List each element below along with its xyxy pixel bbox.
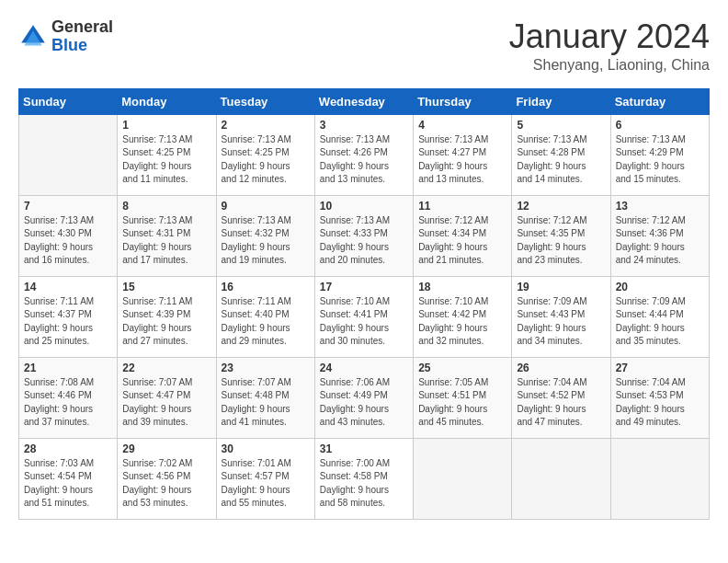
calendar-cell [414,438,512,519]
calendar-cell: 18Sunrise: 7:10 AM Sunset: 4:42 PM Dayli… [414,276,512,357]
calendar-cell: 19Sunrise: 7:09 AM Sunset: 4:43 PM Dayli… [512,276,610,357]
day-number: 3 [320,119,408,132]
calendar-cell: 2Sunrise: 7:13 AM Sunset: 4:25 PM Daylig… [216,114,314,195]
calendar-week-row: 14Sunrise: 7:11 AM Sunset: 4:37 PM Dayli… [19,276,710,357]
day-info: Sunrise: 7:12 AM Sunset: 4:34 PM Dayligh… [418,214,506,268]
day-info: Sunrise: 7:02 AM Sunset: 4:56 PM Dayligh… [122,457,210,511]
day-info: Sunrise: 7:11 AM Sunset: 4:37 PM Dayligh… [24,295,112,349]
calendar-cell: 27Sunrise: 7:04 AM Sunset: 4:53 PM Dayli… [610,357,709,438]
day-info: Sunrise: 7:05 AM Sunset: 4:51 PM Dayligh… [418,376,506,430]
calendar-cell: 5Sunrise: 7:13 AM Sunset: 4:28 PM Daylig… [512,114,610,195]
day-number: 26 [517,362,605,374]
calendar-cell: 12Sunrise: 7:12 AM Sunset: 4:35 PM Dayli… [512,195,610,276]
day-number: 30 [222,442,310,455]
day-number: 21 [24,362,112,374]
day-info: Sunrise: 7:13 AM Sunset: 4:25 PM Dayligh… [122,133,210,187]
calendar-cell: 23Sunrise: 7:07 AM Sunset: 4:48 PM Dayli… [216,357,314,438]
day-number: 12 [517,200,605,213]
logo: General Blue [18,18,113,55]
day-info: Sunrise: 7:07 AM Sunset: 4:47 PM Dayligh… [122,376,210,430]
day-number: 7 [24,200,112,213]
calendar-cell: 10Sunrise: 7:13 AM Sunset: 4:33 PM Dayli… [314,195,413,276]
day-info: Sunrise: 7:04 AM Sunset: 4:52 PM Dayligh… [517,376,605,430]
day-info: Sunrise: 7:09 AM Sunset: 4:43 PM Dayligh… [517,295,605,349]
logo-icon [18,22,48,52]
calendar-cell: 20Sunrise: 7:09 AM Sunset: 4:44 PM Dayli… [610,276,709,357]
calendar-cell: 1Sunrise: 7:13 AM Sunset: 4:25 PM Daylig… [118,114,216,195]
calendar-cell: 9Sunrise: 7:13 AM Sunset: 4:32 PM Daylig… [216,195,314,276]
title-block: January 2024 Shenyang, Liaoning, China [509,18,710,74]
calendar-week-row: 7Sunrise: 7:13 AM Sunset: 4:30 PM Daylig… [19,195,710,276]
day-number: 29 [122,442,210,455]
day-number: 20 [616,281,704,293]
calendar-header-friday: Friday [512,88,610,114]
day-info: Sunrise: 7:04 AM Sunset: 4:53 PM Dayligh… [616,376,704,430]
calendar-week-row: 28Sunrise: 7:03 AM Sunset: 4:54 PM Dayli… [19,438,710,519]
day-info: Sunrise: 7:03 AM Sunset: 4:54 PM Dayligh… [24,457,112,511]
calendar-cell: 25Sunrise: 7:05 AM Sunset: 4:51 PM Dayli… [414,357,512,438]
day-info: Sunrise: 7:00 AM Sunset: 4:58 PM Dayligh… [320,457,408,511]
calendar-week-row: 1Sunrise: 7:13 AM Sunset: 4:25 PM Daylig… [19,114,710,195]
day-number: 1 [122,119,210,132]
calendar-cell: 13Sunrise: 7:12 AM Sunset: 4:36 PM Dayli… [610,195,709,276]
day-info: Sunrise: 7:13 AM Sunset: 4:25 PM Dayligh… [222,133,310,187]
calendar-cell: 26Sunrise: 7:04 AM Sunset: 4:52 PM Dayli… [512,357,610,438]
day-number: 15 [122,281,210,293]
calendar-header-thursday: Thursday [414,88,512,114]
day-number: 4 [418,119,506,132]
calendar-cell: 31Sunrise: 7:00 AM Sunset: 4:58 PM Dayli… [314,438,413,519]
day-info: Sunrise: 7:08 AM Sunset: 4:46 PM Dayligh… [24,376,112,430]
day-number: 16 [222,281,310,293]
location-subtitle: Shenyang, Liaoning, China [509,57,710,74]
calendar-header-saturday: Saturday [610,88,709,114]
day-info: Sunrise: 7:01 AM Sunset: 4:57 PM Dayligh… [222,457,310,511]
day-number: 28 [24,442,112,455]
logo-text: General Blue [51,18,113,55]
calendar-header-row: SundayMondayTuesdayWednesdayThursdayFrid… [19,88,710,114]
calendar-cell [610,438,709,519]
day-info: Sunrise: 7:11 AM Sunset: 4:40 PM Dayligh… [222,295,310,349]
day-info: Sunrise: 7:13 AM Sunset: 4:31 PM Dayligh… [122,214,210,268]
calendar-cell: 22Sunrise: 7:07 AM Sunset: 4:47 PM Dayli… [118,357,216,438]
day-number: 14 [24,281,112,293]
calendar-cell: 14Sunrise: 7:11 AM Sunset: 4:37 PM Dayli… [19,276,118,357]
calendar-cell: 15Sunrise: 7:11 AM Sunset: 4:39 PM Dayli… [118,276,216,357]
calendar-cell [512,438,610,519]
day-number: 17 [320,281,408,293]
calendar-cell: 3Sunrise: 7:13 AM Sunset: 4:26 PM Daylig… [314,114,413,195]
day-info: Sunrise: 7:10 AM Sunset: 4:42 PM Dayligh… [418,295,506,349]
day-info: Sunrise: 7:09 AM Sunset: 4:44 PM Dayligh… [616,295,704,349]
calendar-cell: 17Sunrise: 7:10 AM Sunset: 4:41 PM Dayli… [314,276,413,357]
day-info: Sunrise: 7:13 AM Sunset: 4:26 PM Dayligh… [320,133,408,187]
day-info: Sunrise: 7:12 AM Sunset: 4:36 PM Dayligh… [616,214,704,268]
day-info: Sunrise: 7:13 AM Sunset: 4:29 PM Dayligh… [616,133,704,187]
calendar-header-monday: Monday [118,88,216,114]
day-number: 10 [320,200,408,213]
page-header: General Blue January 2024 Shenyang, Liao… [18,18,710,74]
calendar-cell: 28Sunrise: 7:03 AM Sunset: 4:54 PM Dayli… [19,438,118,519]
calendar-cell: 21Sunrise: 7:08 AM Sunset: 4:46 PM Dayli… [19,357,118,438]
logo-blue-text: Blue [51,36,87,54]
day-number: 6 [616,119,704,132]
day-number: 11 [418,200,506,213]
day-number: 25 [418,362,506,374]
day-number: 19 [517,281,605,293]
calendar-header-wednesday: Wednesday [314,88,413,114]
day-info: Sunrise: 7:13 AM Sunset: 4:33 PM Dayligh… [320,214,408,268]
day-number: 31 [320,442,408,455]
calendar-cell: 8Sunrise: 7:13 AM Sunset: 4:31 PM Daylig… [118,195,216,276]
day-number: 24 [320,362,408,374]
calendar-cell: 16Sunrise: 7:11 AM Sunset: 4:40 PM Dayli… [216,276,314,357]
calendar-cell: 29Sunrise: 7:02 AM Sunset: 4:56 PM Dayli… [118,438,216,519]
calendar-cell: 30Sunrise: 7:01 AM Sunset: 4:57 PM Dayli… [216,438,314,519]
day-number: 27 [616,362,704,374]
day-info: Sunrise: 7:12 AM Sunset: 4:35 PM Dayligh… [517,214,605,268]
calendar-cell: 24Sunrise: 7:06 AM Sunset: 4:49 PM Dayli… [314,357,413,438]
day-info: Sunrise: 7:07 AM Sunset: 4:48 PM Dayligh… [222,376,310,430]
day-number: 2 [222,119,310,132]
day-number: 22 [122,362,210,374]
month-year-title: January 2024 [509,18,710,55]
logo-general-text: General [51,17,113,36]
day-info: Sunrise: 7:13 AM Sunset: 4:28 PM Dayligh… [517,133,605,187]
day-info: Sunrise: 7:13 AM Sunset: 4:32 PM Dayligh… [222,214,310,268]
